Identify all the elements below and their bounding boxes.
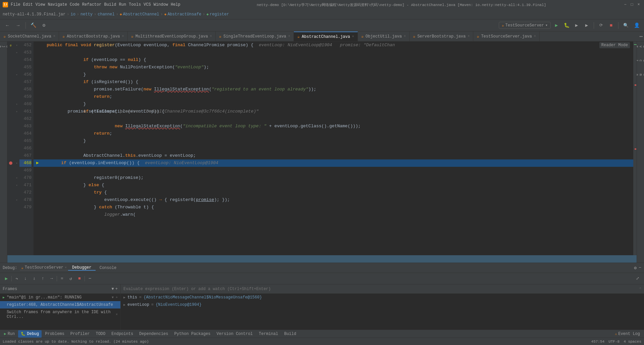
expression-expand-icon[interactable]: ⌃ [639,287,641,291]
debug-expand-button[interactable]: ⤢ [634,275,641,282]
run-config-dropdown[interactable]: ☕ TestSourceServer ▾ [499,22,551,29]
force-step-into-button[interactable]: ⇩ [31,275,38,282]
fold-468[interactable]: ▾ [14,159,19,167]
fold-452[interactable]: ▾ [14,42,19,49]
tabs-overflow-button[interactable]: ⋯ [638,31,644,41]
breadcrumb-abstractchannel[interactable]: AbstractChannel [123,12,159,17]
menu-file[interactable]: File [11,2,20,7]
event-log-button[interactable]: ⚠ Event Log [612,330,643,338]
tab-close-socketchannel[interactable]: × [53,34,55,38]
tab-objectutil[interactable]: ☕ ObjectUtil.java × [358,31,410,41]
frame-switch-close[interactable]: × [116,313,118,317]
tab-close-testsourceserver[interactable]: × [534,34,536,38]
resume-button[interactable]: ▶ [3,275,10,282]
python-packages-tool-button[interactable]: Python Packages [172,330,213,338]
problems-tool-button[interactable]: Problems [42,330,67,338]
stop-debug-button[interactable]: ■ [76,275,83,282]
debug-more-button[interactable]: ⋯ [86,275,94,282]
debug-button[interactable]: 🐛 [562,21,571,30]
minimize-button[interactable]: − [623,2,628,7]
status-position[interactable]: 457:54 [591,340,605,344]
tab-close-objectutil[interactable]: × [404,34,406,38]
breadcrumb-channel[interactable]: channel [98,12,114,17]
frames-filter-icon[interactable]: ▼ [112,287,114,291]
close-button[interactable]: × [636,2,641,7]
tab-close-abstractbootstrap[interactable]: × [122,34,124,38]
step-into-button[interactable]: ↓ [22,275,29,282]
debug-tool-button[interactable]: 🐛 Debug [18,330,42,338]
menu-help[interactable]: Help [171,2,180,7]
profiler-tool-button[interactable]: Profiler [68,330,93,338]
menu-edit[interactable]: Edit [23,2,33,7]
reader-mode-button[interactable]: Reader Mode [599,42,630,48]
breadcrumb-io[interactable]: io [70,12,75,17]
thread-filter-icon[interactable]: ▼ [112,296,114,299]
run-to-cursor-button[interactable]: → [48,275,55,282]
tab-close-serverbootstrap[interactable]: × [468,34,470,38]
menu-build[interactable]: Build [104,2,116,7]
debug-settings-icon[interactable]: ⚙ [634,265,637,271]
fold-461[interactable]: ▾ [14,108,19,115]
run-button[interactable]: ▶ [552,21,561,30]
frames-add-icon[interactable]: + [115,287,118,291]
user-button[interactable]: 👤 [632,21,641,30]
profile-button[interactable]: ▶ [582,21,591,30]
frame-switch[interactable]: Switch frames from anywhere in the IDE w… [0,308,120,321]
todo-tool-button[interactable]: TODO [93,330,108,338]
tab-singlethreadeventloop[interactable]: ☕ SingleThreadEventLoop.java × [216,31,294,41]
maximize-button[interactable]: □ [629,2,635,7]
stop-button[interactable]: ■ [607,21,615,30]
fold-471[interactable]: ▾ [14,182,19,189]
fold-470[interactable]: ▾ [14,174,19,182]
coverage-button[interactable]: ▶ [572,21,581,30]
status-indent[interactable]: 4 spaces [624,340,641,344]
menu-vcs[interactable]: VCS [144,2,151,7]
step-over-button[interactable]: ↷ [13,275,20,282]
build-button[interactable]: 🔨 [29,21,38,30]
fold-460[interactable]: ▾ [14,100,19,108]
tab-close-abstractchannel[interactable]: × [352,35,354,39]
tab-close-singlethreadeventloop[interactable]: × [288,34,290,38]
thread-add-icon[interactable]: + [116,296,118,299]
tab-abstractbootstrap[interactable]: ☕ AbstractBootstrap.java × [59,31,128,41]
terminal-tool-button[interactable]: Terminal [256,330,281,338]
vcs-button[interactable]: ⟳ [597,21,605,30]
menu-code[interactable]: Code [70,2,79,7]
menu-view[interactable]: View [36,2,45,7]
debug-tab-console[interactable]: Console [96,266,120,270]
debug-minimize-icon[interactable]: − [639,265,641,270]
right-scrollbar[interactable] [633,42,637,255]
breadcrumb-register[interactable]: register [210,12,229,17]
tab-socketchannel[interactable]: ☕ SocketChannel.java × [0,31,59,41]
endpoints-tool-button[interactable]: Endpoints [109,330,136,338]
var-this[interactable]: ▶ this = {AbstractNioMessageChannel$NioM… [121,294,644,301]
menu-navigate[interactable]: Navigate [48,2,67,7]
evaluate-button[interactable]: = [58,275,66,282]
debug-tab-debugger[interactable]: Debugger [68,265,96,271]
breakpoint-468[interactable] [9,161,12,165]
menu-tools[interactable]: Tools [129,2,141,7]
fold-456[interactable]: ▾ [14,71,19,78]
tab-abstractchannel[interactable]: ☕ AbstractChannel.java × [294,31,358,41]
breadcrumb-abstractunsafe[interactable]: AbstractUnsafe [167,12,201,17]
menu-window[interactable]: Window [154,2,168,7]
menu-run[interactable]: Run [119,2,126,7]
forward-button[interactable]: → [13,21,23,30]
frame-active[interactable]: register:468, AbstractChannel$AbstractUn… [0,301,120,308]
build-tool-button[interactable]: Build [281,330,299,338]
status-encoding[interactable]: UTF-8 [608,340,620,344]
step-out-button[interactable]: ↑ [39,275,47,282]
dependencies-tool-button[interactable]: Dependencies [137,330,171,338]
rerun-button[interactable]: ↺ [67,275,74,282]
fold-453[interactable]: ▾ [14,49,19,56]
fold-478[interactable]: ▾ [14,196,19,204]
var-eventloop[interactable]: ▶ eventLoop = {NioEventLoop@1904} [121,301,644,308]
version-control-tool-button[interactable]: Version Control [214,330,256,338]
menu-refactor[interactable]: Refactor [82,2,102,7]
tab-multithreadeventloopgroup[interactable]: ☕ MultithreadEventLoopGroup.java × [128,31,216,41]
tab-testsourceserver[interactable]: ☕ TestSourceServer.java × [473,31,539,41]
tab-close-multithreadeventloopgroup[interactable]: × [210,34,212,38]
thread-item-main[interactable]: ▶ "main"@1 in gr...main": RUNNING ▼ + [0,294,120,301]
run-tool-button[interactable]: ▶ Run [1,330,17,338]
debug-session-close[interactable]: × [65,266,67,270]
